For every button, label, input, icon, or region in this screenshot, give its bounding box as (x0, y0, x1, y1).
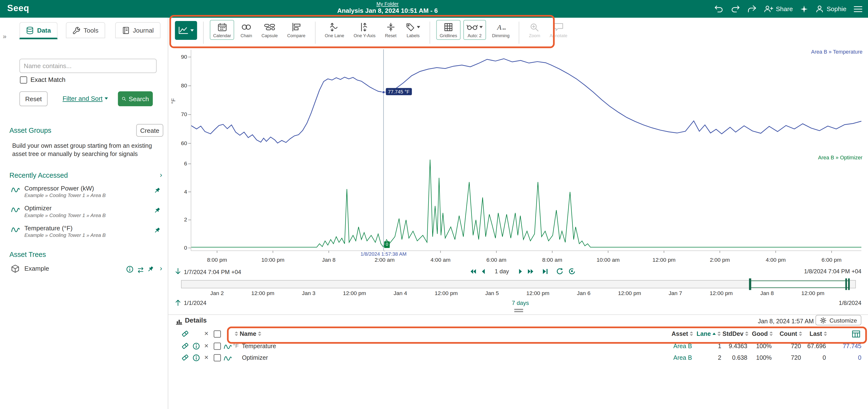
row-checkbox[interactable] (214, 343, 221, 350)
column-header-stddev[interactable]: StdDev (722, 330, 748, 337)
close-icon[interactable]: × (204, 354, 208, 361)
optimizer-series-line[interactable] (191, 159, 861, 247)
pin-icon[interactable] (154, 206, 161, 216)
labels-button[interactable]: Labels (403, 20, 424, 40)
select-all-checkbox[interactable] (214, 330, 221, 338)
eraser-icon[interactable] (181, 342, 189, 352)
panel-resize-handle[interactable] (515, 309, 523, 313)
sort-icon[interactable] (690, 332, 693, 336)
pin-icon[interactable] (154, 227, 161, 236)
info-icon[interactable] (193, 342, 200, 352)
column-header-lane[interactable]: Lane (696, 330, 721, 337)
range-start-label[interactable]: 1/7/2024 7:04 PM +04 (184, 268, 241, 275)
redo-icon[interactable] (731, 5, 740, 13)
recent-item[interactable]: Temperature (°F) Example » Cooling Tower… (9, 224, 163, 242)
recently-accessed-expand-icon[interactable]: › (160, 171, 162, 179)
row-asset-link[interactable]: Area B (674, 343, 692, 349)
create-asset-group-button[interactable]: Create (136, 124, 163, 137)
hamburger-menu-icon[interactable] (854, 5, 863, 12)
navigator-right-handle[interactable] (848, 279, 849, 290)
investigate-start-arrow-icon[interactable] (175, 299, 181, 306)
column-header-asset[interactable]: Asset (672, 330, 693, 337)
chain-button[interactable]: Chain (237, 20, 255, 40)
row-name[interactable]: Optimizer (242, 354, 268, 361)
user-menu[interactable]: Sophie (816, 5, 846, 13)
investigate-duration-label[interactable]: 7 days (512, 299, 529, 306)
info-icon[interactable] (193, 354, 200, 363)
search-button[interactable]: Search (118, 91, 153, 106)
temperature-series-line[interactable] (191, 59, 861, 143)
step-forward-icon[interactable] (518, 268, 522, 274)
sidebar-collapse-icon[interactable]: » (3, 33, 6, 40)
info-icon[interactable] (126, 265, 133, 275)
range-start-arrow-icon[interactable] (175, 268, 181, 275)
gridlines-button[interactable]: Gridlines (436, 20, 461, 40)
step-to-end-icon[interactable] (542, 268, 548, 274)
sort-icon[interactable] (235, 332, 238, 336)
lane-label-optimizer[interactable]: Area B » Optimizer (818, 154, 863, 160)
step-back-many-icon[interactable] (470, 268, 476, 274)
row-asset-link[interactable]: Area B (674, 354, 692, 361)
navigator-right-handle[interactable] (845, 279, 847, 290)
investigate-end-label[interactable]: 1/8/2024 (839, 299, 862, 306)
one-y-axis-button[interactable]: One Y-Axis (350, 20, 379, 40)
calendar-button[interactable]: Calendar (210, 20, 235, 40)
auto-update-icon[interactable] (568, 268, 576, 274)
capsule-button[interactable]: Capsule (258, 20, 281, 40)
column-header-last[interactable]: Last (810, 330, 827, 337)
details-row-optimizer[interactable]: × Optimizer Area B 2 0.638 100% 720 0 0 (168, 352, 868, 363)
row-name[interactable]: Temperature (242, 343, 276, 349)
trend-plot[interactable] (168, 47, 868, 266)
close-icon[interactable]: × (204, 342, 208, 349)
display-type-select[interactable] (175, 21, 197, 40)
sort-icon[interactable] (770, 332, 773, 336)
trend-chart[interactable]: Area B » Temperature Area B » Optimizer … (168, 47, 868, 266)
range-end-label[interactable]: 1/8/2024 7:04 PM +04 (804, 268, 862, 274)
step-size-label[interactable]: 1 day (495, 268, 509, 274)
refresh-icon[interactable] (556, 268, 563, 274)
tab-journal[interactable]: Journal (115, 22, 160, 38)
reset-zoom-button[interactable]: Reset (382, 20, 400, 40)
ai-sparkle-icon[interactable] (800, 5, 808, 13)
sort-icon[interactable] (824, 332, 827, 336)
undo-icon[interactable] (714, 5, 723, 13)
pin-icon[interactable] (147, 265, 154, 275)
column-header-name[interactable]: Name (235, 330, 261, 337)
sort-icon[interactable] (717, 332, 721, 336)
recent-item[interactable]: Optimizer Example » Cooling Tower 1 » Ar… (9, 204, 163, 222)
step-back-icon[interactable] (481, 268, 485, 274)
eraser-icon[interactable] (181, 330, 189, 340)
eraser-icon[interactable] (181, 354, 189, 363)
breadcrumb[interactable]: My Folder (376, 1, 399, 7)
asset-tree-item[interactable]: Example › (9, 263, 163, 275)
recent-item[interactable]: Compressor Power (kW) Example » Cooling … (9, 184, 163, 202)
filter-sort-link[interactable]: Filter and Sort (63, 95, 108, 102)
lane-label-temperature[interactable]: Area B » Temperature (811, 49, 863, 55)
auto-dim-button[interactable]: Auto: 2 (463, 20, 486, 40)
reset-button[interactable]: Reset (19, 91, 48, 106)
tab-tools[interactable]: Tools (66, 22, 105, 38)
dimming-button[interactable]: A Dimming (489, 20, 513, 40)
navigator-left-handle[interactable] (749, 279, 751, 290)
forward-share-icon[interactable] (747, 5, 756, 13)
search-input[interactable] (19, 59, 157, 73)
column-header-count[interactable]: Count (780, 330, 802, 337)
sort-icon[interactable] (799, 332, 802, 336)
swap-icon[interactable] (136, 266, 144, 275)
navigator-selection[interactable] (751, 281, 850, 288)
sort-icon[interactable] (745, 332, 748, 336)
chevron-right-icon[interactable]: › (160, 264, 162, 272)
step-forward-many-icon[interactable] (527, 268, 534, 274)
close-icon[interactable]: × (204, 330, 208, 337)
pin-icon[interactable] (154, 187, 161, 197)
date-range-navigator[interactable] (181, 280, 856, 288)
tab-data[interactable]: Data (19, 22, 57, 39)
one-lane-button[interactable]: One Lane (321, 20, 348, 40)
share-button[interactable]: Share (764, 5, 793, 13)
investigate-start-label[interactable]: 1/1/2024 (184, 299, 206, 306)
cursor-values-toggle-icon[interactable] (852, 330, 860, 340)
customize-button[interactable]: Customize (816, 315, 861, 325)
details-row-temperature[interactable]: × °F Temperature Area B 1 9.4363 100% 72… (168, 341, 868, 352)
compare-button[interactable]: Compare (284, 20, 309, 40)
sort-icon[interactable] (258, 332, 261, 336)
